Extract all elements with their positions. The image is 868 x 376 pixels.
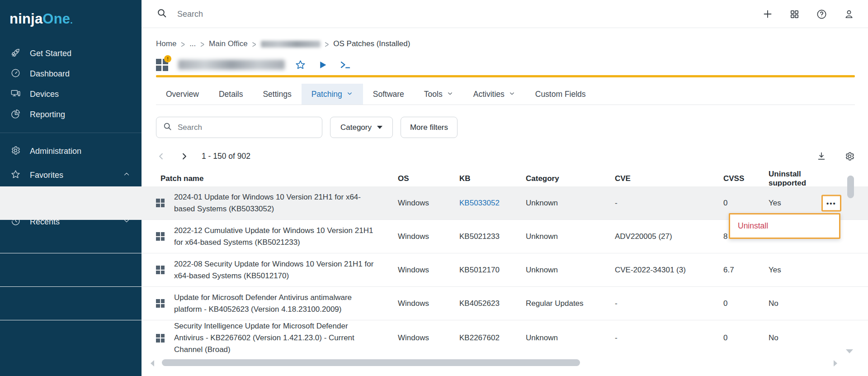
patch-search-input[interactable] bbox=[178, 123, 316, 132]
table-row[interactable]: 2022-08 Security Update for Windows 10 V… bbox=[0, 253, 868, 287]
tab-patching[interactable]: Patching bbox=[302, 84, 363, 105]
col-header-os[interactable]: OS bbox=[398, 174, 459, 183]
windows-icon: ! bbox=[156, 59, 168, 71]
tab-tools[interactable]: Tools bbox=[414, 84, 463, 105]
row-context-menu: Uninstall bbox=[729, 213, 840, 239]
windows-icon bbox=[156, 299, 165, 308]
sidebar-item-label: Dashboard bbox=[30, 69, 70, 79]
col-header-category[interactable]: Category bbox=[526, 174, 615, 183]
windows-icon bbox=[156, 232, 165, 241]
chevron-down-icon bbox=[509, 90, 515, 99]
caret-down-icon bbox=[377, 126, 382, 129]
rocket-icon bbox=[10, 48, 21, 60]
add-icon[interactable] bbox=[762, 9, 773, 19]
tab-software[interactable]: Software bbox=[363, 84, 414, 105]
favorite-star-icon[interactable] bbox=[295, 59, 306, 71]
sidebar-item-label: Reporting bbox=[30, 110, 65, 119]
app-root: ninjaOne. Get Started Dashboard Devices … bbox=[0, 0, 868, 376]
pie-chart-icon bbox=[10, 109, 21, 121]
table-row[interactable]: Update for Microsoft Defender Antivirus … bbox=[0, 287, 868, 320]
help-icon[interactable] bbox=[816, 9, 827, 20]
device-header: ! bbox=[156, 54, 351, 75]
device-tabs: Overview Details Settings Patching Softw… bbox=[156, 84, 855, 105]
chevron-down-icon bbox=[346, 90, 353, 99]
sidebar-item-get-started[interactable]: Get Started bbox=[0, 43, 142, 64]
breadcrumb-separator: > bbox=[200, 39, 204, 49]
kb-link[interactable]: KB5033052 bbox=[459, 199, 526, 208]
apps-grid-icon[interactable] bbox=[789, 9, 800, 19]
category-dropdown[interactable]: Category bbox=[330, 117, 393, 138]
sidebar-item-dashboard[interactable]: Dashboard bbox=[0, 64, 142, 84]
search-icon bbox=[163, 122, 172, 133]
ninjaone-logo[interactable]: ninjaOne. bbox=[0, 0, 142, 27]
sidebar-item-reporting[interactable]: Reporting bbox=[0, 105, 142, 125]
tab-custom-fields[interactable]: Custom Fields bbox=[525, 84, 596, 105]
breadcrumb-current: OS Patches (Installed) bbox=[333, 39, 410, 48]
gear-icon bbox=[10, 145, 21, 158]
dashboard-icon bbox=[10, 68, 21, 81]
windows-icon bbox=[156, 266, 165, 274]
col-header-cvss[interactable]: CVSS bbox=[723, 174, 769, 183]
breadcrumb: Home > ... > Main Office > > OS Patches … bbox=[156, 38, 410, 50]
devices-icon bbox=[10, 88, 21, 101]
breadcrumb-separator: > bbox=[325, 39, 329, 49]
page-next-icon[interactable] bbox=[179, 151, 189, 162]
table-header: Patch name OS KB Category CVE CVSS Unins… bbox=[0, 170, 868, 186]
tab-overview[interactable]: Overview bbox=[156, 84, 209, 105]
windows-icon bbox=[156, 334, 165, 343]
breadcrumb-home[interactable]: Home bbox=[156, 39, 176, 48]
table-settings-gear-icon[interactable] bbox=[844, 151, 855, 162]
sidebar-item-administration[interactable]: Administration bbox=[0, 141, 142, 162]
tab-details[interactable]: Details bbox=[209, 84, 253, 105]
logo-text-accent: One bbox=[42, 11, 70, 27]
horizontal-scrollbar-thumb[interactable] bbox=[162, 359, 580, 366]
run-play-icon[interactable] bbox=[318, 60, 327, 70]
horizontal-scrollbar bbox=[151, 359, 850, 367]
sidebar-item-label: Get Started bbox=[30, 49, 71, 58]
sidebar-item-label: Administration bbox=[30, 147, 81, 156]
table-row[interactable]: Security Intelligence Update for Microso… bbox=[0, 320, 868, 356]
filter-row: Category More filters bbox=[156, 117, 458, 138]
vertical-scrollbar-thumb[interactable] bbox=[847, 176, 854, 198]
device-tab-underline bbox=[156, 75, 855, 77]
chevron-down-icon bbox=[447, 90, 453, 99]
uninstall-menu-item[interactable]: Uninstall bbox=[730, 221, 768, 231]
device-name-redacted bbox=[178, 60, 285, 70]
topbar bbox=[142, 0, 868, 28]
search-icon bbox=[156, 8, 167, 20]
row-actions-button[interactable]: ••• bbox=[821, 195, 841, 211]
page-prev-icon[interactable] bbox=[156, 151, 166, 162]
alert-badge: ! bbox=[164, 55, 171, 62]
tab-activities[interactable]: Activities bbox=[463, 84, 525, 105]
logo-dot: . bbox=[70, 15, 73, 25]
user-icon[interactable] bbox=[844, 9, 854, 19]
download-icon[interactable] bbox=[816, 151, 826, 161]
col-header-uninstall-supported[interactable]: Uninstall supported bbox=[769, 170, 828, 188]
patches-table: Patch name OS KB Category CVE CVSS Unins… bbox=[0, 170, 868, 376]
scroll-right-arrow-icon[interactable] bbox=[834, 360, 837, 366]
global-search-input[interactable] bbox=[177, 10, 367, 19]
pagination-row: 1 - 150 of 902 bbox=[156, 147, 855, 166]
sidebar-item-devices[interactable]: Devices bbox=[0, 84, 142, 105]
breadcrumb-ellipsis[interactable]: ... bbox=[189, 39, 196, 48]
scroll-down-arrow-icon[interactable] bbox=[846, 349, 853, 353]
breadcrumb-separator: > bbox=[252, 39, 256, 49]
scroll-left-arrow-icon[interactable] bbox=[151, 360, 154, 366]
more-filters-button[interactable]: More filters bbox=[401, 117, 458, 138]
sidebar-item-label: Devices bbox=[30, 90, 59, 99]
col-header-cve[interactable]: CVE bbox=[615, 174, 723, 183]
col-header-kb[interactable]: KB bbox=[459, 174, 526, 183]
logo-text-primary: ninja bbox=[9, 11, 42, 27]
breadcrumb-device-redacted[interactable] bbox=[261, 41, 321, 48]
breadcrumb-separator: > bbox=[181, 39, 185, 49]
tab-settings[interactable]: Settings bbox=[253, 84, 301, 105]
pagination-range: 1 - 150 of 902 bbox=[202, 152, 250, 161]
col-header-patch-name[interactable]: Patch name bbox=[156, 173, 398, 185]
sidebar-divider bbox=[0, 133, 142, 133]
windows-icon bbox=[156, 199, 165, 207]
breadcrumb-org[interactable]: Main Office bbox=[209, 39, 248, 48]
patch-search-box bbox=[156, 117, 322, 138]
terminal-icon[interactable] bbox=[339, 59, 351, 71]
